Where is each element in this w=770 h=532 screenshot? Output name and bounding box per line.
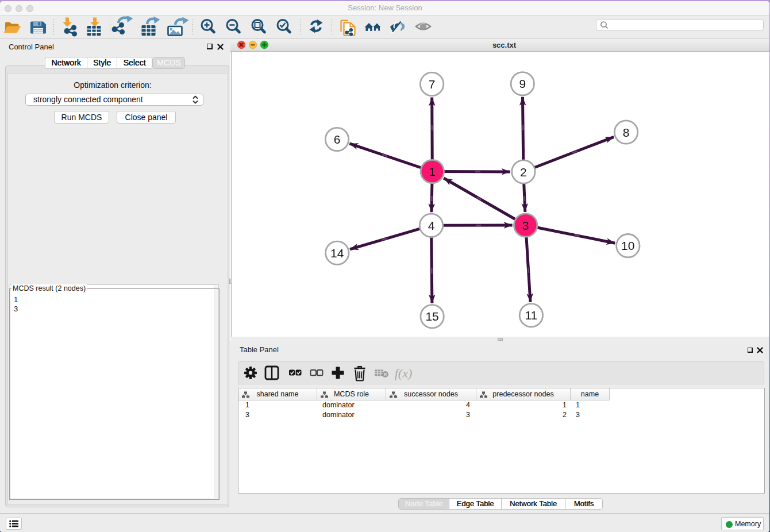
svg-text:2: 2 <box>520 165 527 178</box>
svg-text:6: 6 <box>334 133 341 146</box>
svg-text:4: 4 <box>428 218 435 232</box>
svg-text:9: 9 <box>519 77 526 90</box>
svg-text:7: 7 <box>429 77 436 90</box>
svg-text:1: 1 <box>429 165 436 178</box>
svg-text:3: 3 <box>522 218 529 232</box>
svg-text:15: 15 <box>425 310 438 323</box>
svg-text:8: 8 <box>623 125 630 138</box>
svg-text:11: 11 <box>525 309 537 322</box>
svg-text:14: 14 <box>330 246 344 259</box>
svg-text:10: 10 <box>621 239 634 252</box>
svg-text:f(x): f(x) <box>395 366 413 380</box>
